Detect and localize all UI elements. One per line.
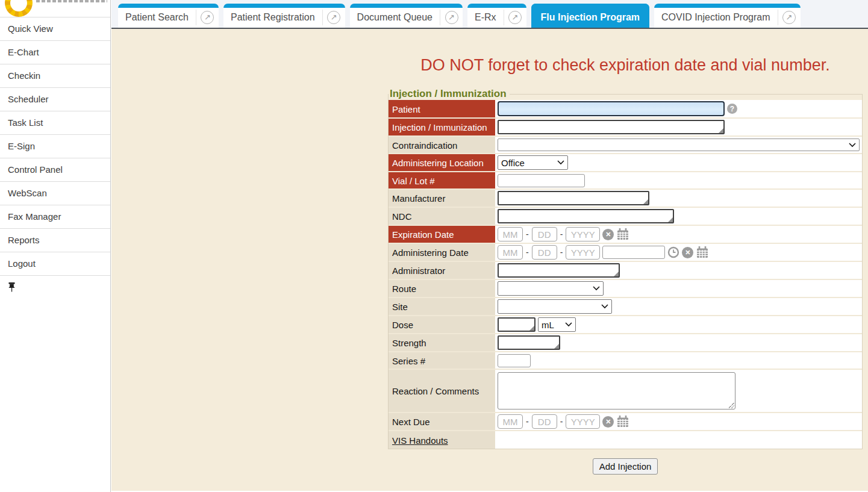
- expiration-year-input[interactable]: [566, 227, 600, 241]
- form-row-next-due: Next Due - - ✕: [389, 413, 862, 431]
- calendar-icon[interactable]: [696, 246, 709, 259]
- field-label-administrator: Administrator: [389, 262, 495, 279]
- calendar-icon[interactable]: [616, 228, 629, 241]
- dose-input[interactable]: [498, 317, 535, 332]
- sidebar-item-logout[interactable]: Logout: [0, 252, 110, 275]
- calendar-icon[interactable]: [616, 415, 629, 428]
- tab-open-iconbox[interactable]: ↗: [196, 10, 219, 25]
- administering-day-input[interactable]: [532, 245, 557, 260]
- strength-input[interactable]: [498, 335, 560, 350]
- help-icon[interactable]: ?: [727, 104, 737, 114]
- sidebar-item-reports[interactable]: Reports: [0, 228, 110, 252]
- tab-open-iconbox[interactable]: ↗: [504, 10, 526, 25]
- form-row-manufacturer: Manufacturer: [389, 190, 862, 208]
- app-logo: [0, 0, 110, 17]
- sidebar-item-control-panel[interactable]: Control Panel: [0, 158, 110, 181]
- sidebar-item-webscan[interactable]: WebScan: [0, 181, 110, 205]
- add-injection-button[interactable]: Add Injection: [593, 458, 658, 475]
- vial-lot-input[interactable]: [498, 174, 585, 187]
- form-column: DO NOT forget to check expiration date a…: [388, 55, 863, 475]
- chevron-down-icon: [849, 143, 856, 148]
- next-due-day-input[interactable]: [532, 414, 557, 429]
- warning-message: DO NOT forget to check expiration date a…: [388, 55, 863, 75]
- select-value: mL: [542, 320, 554, 330]
- sidebar-item-task-list[interactable]: Task List: [0, 111, 110, 134]
- form-row-administering-date: Administering Date - - ✕: [389, 244, 862, 262]
- administering-time-input[interactable]: [602, 246, 665, 259]
- next-due-year-input[interactable]: [566, 414, 600, 429]
- tab-covid-injection-program[interactable]: COVID Injection Program ↗: [654, 4, 801, 28]
- sidebar-item-checkin[interactable]: Checkin: [0, 64, 110, 87]
- field-label-reaction-comments: Reaction / Comments: [389, 370, 495, 412]
- route-select[interactable]: [498, 281, 604, 296]
- date-separator: -: [560, 229, 563, 239]
- clock-icon[interactable]: [667, 246, 679, 258]
- tab-document-queue[interactable]: Document Queue ↗: [350, 4, 463, 28]
- chevron-down-icon: [557, 160, 564, 165]
- field-label-dose: Dose: [389, 316, 495, 333]
- series-number-input[interactable]: [498, 354, 531, 367]
- external-link-icon: ↗: [445, 11, 458, 24]
- sidebar-pin-row: [0, 275, 110, 299]
- external-link-icon: ↗: [508, 11, 522, 24]
- reaction-comments-input[interactable]: [498, 372, 735, 409]
- sidebar-item-quick-view[interactable]: Quick View: [0, 17, 110, 40]
- site-select[interactable]: [498, 299, 612, 314]
- clear-date-icon[interactable]: ✕: [602, 229, 614, 240]
- next-due-month-input[interactable]: [498, 414, 523, 429]
- form-row-dose: Dose mL: [389, 316, 862, 334]
- expiration-month-input[interactable]: [498, 227, 523, 241]
- tab-label: Flu Injection Program: [541, 12, 640, 23]
- injection-immunization-input[interactable]: [498, 120, 725, 134]
- date-separator: -: [560, 248, 563, 257]
- sidebar-item-e-sign[interactable]: E-Sign: [0, 134, 110, 158]
- field-label-vial-lot: Vial / Lot #: [389, 172, 495, 188]
- contraindication-select[interactable]: [498, 139, 860, 151]
- expiration-day-input[interactable]: [532, 227, 557, 241]
- tab-open-iconbox[interactable]: ↗: [322, 10, 345, 25]
- field-label-ndc: NDC: [389, 208, 495, 225]
- sidebar-item-scheduler[interactable]: Scheduler: [0, 87, 110, 111]
- form-row-site: Site: [389, 298, 862, 316]
- form-row-series: Series #: [389, 352, 862, 370]
- tab-patient-search[interactable]: Patient Search ↗: [118, 4, 219, 28]
- tab-patient-registration[interactable]: Patient Registration ↗: [223, 4, 345, 28]
- tab-open-iconbox[interactable]: ↗: [778, 10, 801, 25]
- tab-e-rx[interactable]: E-Rx ↗: [467, 4, 526, 28]
- field-label-series: Series #: [389, 352, 495, 369]
- field-label-injection: Injection / Immunization: [389, 119, 495, 135]
- clear-date-icon[interactable]: ✕: [682, 247, 693, 258]
- date-separator: -: [526, 248, 529, 257]
- field-label-administering-date: Administering Date: [389, 244, 495, 261]
- tab-label: Patient Registration: [223, 12, 322, 23]
- administrator-input[interactable]: [498, 263, 620, 278]
- administering-year-input[interactable]: [566, 245, 600, 260]
- tab-label: E-Rx: [467, 12, 504, 23]
- administering-location-select[interactable]: Office: [498, 155, 568, 170]
- sidebar-item-fax-manager[interactable]: Fax Manager: [0, 205, 110, 228]
- external-link-icon: ↗: [201, 11, 214, 24]
- fieldset-legend: Injection / Immunization: [389, 88, 510, 100]
- logo-sun-icon: [5, 0, 33, 17]
- dose-unit-select[interactable]: mL: [538, 317, 576, 332]
- external-link-icon: ↗: [782, 11, 796, 24]
- field-label-route: Route: [389, 280, 495, 297]
- form-row-expiration-date: Expiration Date - - ✕: [389, 226, 862, 244]
- tab-flu-injection-program[interactable]: Flu Injection Program: [531, 4, 649, 28]
- logo-text-cutoff: [36, 0, 107, 2]
- pushpin-icon[interactable]: [8, 282, 16, 292]
- tab-bar: Patient Search ↗ Patient Registration ↗ …: [111, 0, 868, 29]
- field-label-administering-location: Administering Location: [389, 154, 495, 171]
- form-row-injection: Injection / Immunization: [389, 119, 862, 137]
- administering-month-input[interactable]: [498, 245, 523, 260]
- manufacturer-input[interactable]: [498, 191, 649, 205]
- external-link-icon: ↗: [327, 11, 340, 24]
- clear-date-icon[interactable]: ✕: [602, 416, 614, 428]
- ndc-input[interactable]: [498, 209, 674, 223]
- sidebar-item-e-chart[interactable]: E-Chart: [0, 40, 110, 64]
- patient-input[interactable]: [498, 101, 725, 116]
- form-row-vial-lot: Vial / Lot #: [389, 172, 862, 190]
- chevron-down-icon: [593, 286, 600, 291]
- tab-open-iconbox[interactable]: ↗: [440, 10, 463, 25]
- vis-handouts-link[interactable]: VIS Handouts: [392, 435, 448, 446]
